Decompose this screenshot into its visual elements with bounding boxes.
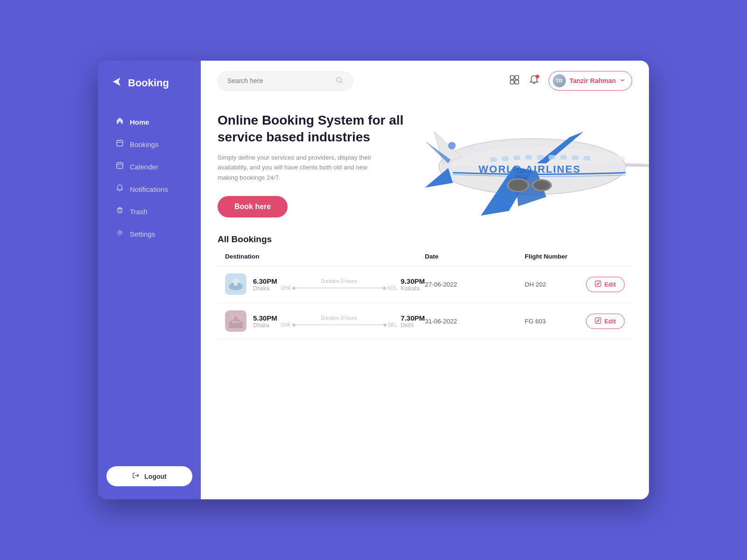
depart-time-1: 6.30PM xyxy=(253,277,277,285)
flight-number-1: DH 202 xyxy=(525,281,546,288)
svg-rect-20 xyxy=(549,155,555,160)
app-name: Booking xyxy=(128,77,169,89)
svg-rect-37 xyxy=(595,318,601,323)
sidebar-nav: Home Bookings xyxy=(98,111,201,466)
bookings-icon xyxy=(116,139,124,149)
dashed-line-1 xyxy=(296,287,383,288)
svg-rect-7 xyxy=(515,76,519,79)
avatar-initials: TR xyxy=(556,78,563,84)
book-here-button[interactable]: Book here xyxy=(218,196,288,217)
date-cell-1: 27-06-2022 xyxy=(425,281,525,288)
date-cell-2: 31-06-2022 xyxy=(425,318,525,325)
sidebar-item-trash-label: Trash xyxy=(130,208,148,216)
logout-button[interactable]: Logout xyxy=(106,466,192,486)
flight-number-2: FG 603 xyxy=(525,318,546,325)
arrive-time-2: 7.30PM xyxy=(401,314,425,322)
depart-2: 5.30PM Dhaka xyxy=(253,314,277,329)
col-flight-number: Flight Number xyxy=(525,253,625,260)
sidebar-item-bookings-label: Bookings xyxy=(130,140,159,148)
duration-2: Duration 3 hours xyxy=(321,315,357,321)
route-line-1: Duration 3 hours DHK KOL xyxy=(281,278,397,291)
svg-point-12 xyxy=(509,180,528,191)
flight-cell-1: DH 202 Edit xyxy=(525,277,625,292)
svg-rect-8 xyxy=(510,80,514,84)
arrive-time-1: 9.30PM xyxy=(401,277,425,285)
layout-icon-button[interactable] xyxy=(509,75,520,87)
search-icon xyxy=(336,77,343,85)
svg-rect-9 xyxy=(515,80,519,84)
destination-cell-1: 6.30PM Dhaka Duration 3 hours DHK KOL xyxy=(225,273,425,295)
sidebar-item-home[interactable]: Home xyxy=(103,111,196,133)
edit-icon-2 xyxy=(595,317,601,325)
arrive-2: 7.30PM Delhi xyxy=(401,314,425,329)
hero-title: Online Booking System for all service ba… xyxy=(218,112,414,146)
svg-rect-1 xyxy=(117,163,123,168)
svg-point-14 xyxy=(534,181,550,190)
col-destination: Destination xyxy=(225,253,425,260)
svg-rect-23 xyxy=(584,156,590,161)
dashed-line-2 xyxy=(296,324,383,325)
svg-point-25 xyxy=(448,142,456,149)
svg-rect-0 xyxy=(117,140,123,146)
arrive-code-1: KOL xyxy=(388,286,397,291)
dest-route-2: 5.30PM Dhaka Duration 3 hours DHK DEL xyxy=(253,314,425,329)
header-icons: TR Tanzir Rahman xyxy=(509,71,632,91)
hero-section: Online Booking System for all service ba… xyxy=(201,99,649,230)
svg-rect-29 xyxy=(232,283,234,287)
bell-icon xyxy=(116,184,124,194)
sidebar-item-notifications[interactable]: Notifications xyxy=(103,178,196,200)
logo-icon xyxy=(111,76,123,91)
logout-label: Logout xyxy=(144,473,166,480)
logout-section: Logout xyxy=(106,466,192,486)
search-bar[interactable] xyxy=(218,71,353,91)
user-name: Tanzir Rahman xyxy=(570,77,616,84)
edit-label-2: Edit xyxy=(604,318,616,325)
edit-button-2[interactable]: Edit xyxy=(586,314,625,329)
bookings-title: All Bookings xyxy=(218,234,632,245)
sidebar-item-settings-label: Settings xyxy=(130,230,155,238)
calendar-icon xyxy=(116,161,124,172)
svg-rect-18 xyxy=(525,155,532,160)
hero-text: Online Booking System for all service ba… xyxy=(218,112,414,217)
hero-plane-illustration: WORLD AIRLINES xyxy=(397,99,649,230)
destination-cell-2: 5.30PM Dhaka Duration 3 hours DHK DEL xyxy=(225,310,425,332)
depart-1: 6.30PM Dhaka xyxy=(253,277,277,292)
table-row: 5.30PM Dhaka Duration 3 hours DHK DEL xyxy=(218,303,632,340)
svg-point-4 xyxy=(119,231,121,234)
svg-rect-22 xyxy=(572,155,578,160)
depart-code-2: DHK xyxy=(281,322,291,328)
svg-rect-30 xyxy=(238,283,240,287)
chevron-down-icon xyxy=(620,77,625,84)
sidebar-item-trash[interactable]: Trash xyxy=(103,201,196,222)
edit-button-1[interactable]: Edit xyxy=(586,277,625,292)
notification-bell-button[interactable] xyxy=(529,75,539,87)
depart-place-1: Dhaka xyxy=(253,285,277,292)
svg-rect-31 xyxy=(595,281,601,287)
user-pill[interactable]: TR Tanzir Rahman xyxy=(549,71,632,91)
flight-cell-2: FG 603 Edit xyxy=(525,314,625,329)
gear-icon xyxy=(116,229,124,239)
search-input[interactable] xyxy=(227,77,331,84)
svg-point-2 xyxy=(118,166,119,167)
dest-route-1: 6.30PM Dhaka Duration 3 hours DHK KOL xyxy=(253,277,425,292)
edit-label-1: Edit xyxy=(604,281,616,288)
sidebar-item-calender[interactable]: Calender xyxy=(103,156,196,177)
destination-thumb-2 xyxy=(225,310,247,332)
duration-1: Duration 3 hours xyxy=(321,278,357,284)
svg-rect-15 xyxy=(490,157,497,162)
home-icon xyxy=(116,117,124,127)
sidebar-item-notifications-label: Notifications xyxy=(130,185,168,193)
sidebar-item-settings[interactable]: Settings xyxy=(103,223,196,245)
route-dots-1: DHK KOL xyxy=(281,286,397,291)
route-dots-2: DHK DEL xyxy=(281,322,397,328)
trash-icon xyxy=(116,206,124,217)
avatar: TR xyxy=(553,74,566,87)
logout-icon xyxy=(132,472,140,481)
app-container: Booking Home Booking xyxy=(98,61,649,499)
sidebar-item-bookings[interactable]: Bookings xyxy=(103,133,196,155)
table-header: Destination Date Flight Number xyxy=(218,253,632,266)
sidebar-logo: Booking xyxy=(98,76,201,91)
arrive-place-1: Kolkata xyxy=(401,285,425,292)
depart-place-2: Dhaka xyxy=(253,322,277,329)
route-line-2: Duration 3 hours DHK DEL xyxy=(281,315,397,328)
